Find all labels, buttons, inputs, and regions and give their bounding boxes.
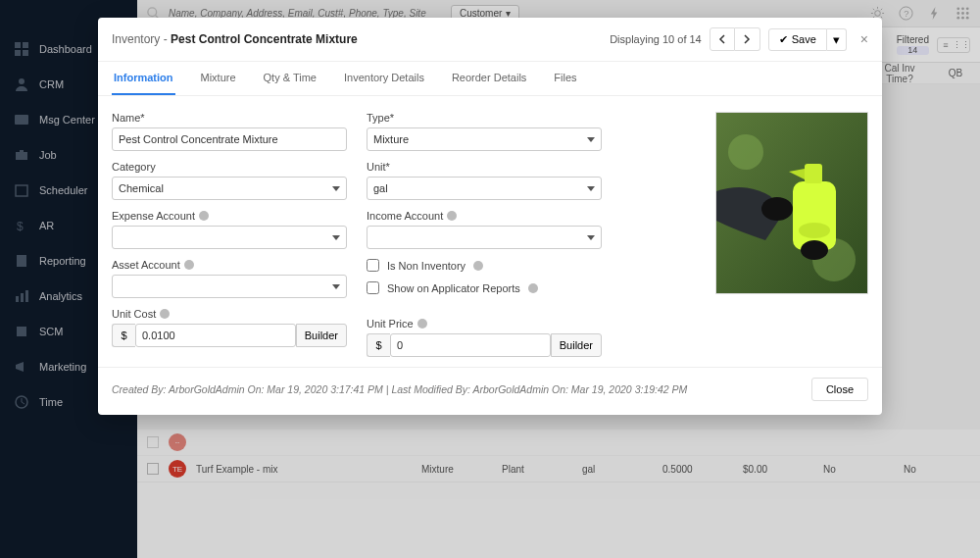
builder-button[interactable]: Builder [551,333,602,357]
builder-button[interactable]: Builder [296,324,347,347]
field-unit-cost: Unit Cost $ Builder [112,308,347,347]
select-category[interactable]: Chemical [112,177,347,200]
svg-point-31 [728,134,763,170]
modal-breadcrumb: Inventory - [112,32,171,46]
tab-qty-time[interactable]: Qty & Time [262,62,318,95]
tab-information[interactable]: Information [112,62,175,95]
field-asset: Asset Account [112,259,347,298]
checkbox-applicator-input[interactable] [367,281,379,294]
info-icon[interactable] [473,261,483,271]
label-unit-cost: Unit Cost [112,308,347,320]
info-icon[interactable] [199,211,209,221]
save-button[interactable]: ✔Save [768,28,827,51]
save-dropdown[interactable]: ▾ [827,28,847,51]
field-unit: Unit* gal [367,161,602,200]
next-button[interactable] [735,27,760,51]
modal-footer: Created By: ArborGoldAdmin On: Mar 19, 2… [98,367,882,415]
inventory-modal: Inventory - Pest Control Concentrate Mix… [98,18,882,415]
select-income[interactable] [367,226,602,249]
svg-rect-35 [805,164,822,183]
info-icon[interactable] [184,260,194,270]
displaying-text: Displaying 10 of 14 [610,33,702,45]
select-unit[interactable]: gal [367,177,602,200]
unit-cost-group: $ Builder [112,324,347,347]
select-asset[interactable] [112,275,347,298]
info-icon[interactable] [528,283,538,293]
select-expense[interactable] [112,226,347,249]
svg-point-37 [801,240,828,260]
tab-files[interactable]: Files [552,62,578,95]
info-icon[interactable] [160,309,170,319]
save-label: Save [792,33,816,45]
prev-button[interactable] [710,27,735,51]
svg-point-36 [799,223,830,238]
field-category: Category Chemical [112,161,347,200]
save-group: ✔Save ▾ [768,28,847,51]
checkbox-non-inventory-label: Is Non Inventory [387,260,466,272]
input-unit-cost[interactable] [135,324,296,347]
label-unit-price: Unit Price [367,318,602,330]
modal-title-text: Pest Control Concentrate Mixture [171,32,358,46]
modal-tabs: Information Mixture Qty & Time Inventory… [98,62,882,96]
info-icon[interactable] [447,211,457,221]
form-col-right: Type* Mixture Unit* gal Income Account I… [367,112,602,357]
field-expense: Expense Account [112,210,347,249]
field-type: Type* Mixture [367,112,602,151]
label-income: Income Account [367,210,602,222]
label-asset: Asset Account [112,259,347,271]
select-type[interactable]: Mixture [367,127,602,151]
close-button[interactable]: Close [811,378,868,401]
field-unit-price: Unit Price $ Builder [367,318,602,357]
label-expense: Expense Account [112,210,347,222]
currency-symbol: $ [367,333,390,357]
currency-symbol: $ [112,324,135,347]
input-unit-price[interactable] [390,333,551,357]
image-column [715,112,868,357]
footer-meta: Created By: ArborGoldAdmin On: Mar 19, 2… [112,383,687,395]
close-x-button[interactable]: × [860,31,868,47]
checkbox-non-inventory[interactable]: Is Non Inventory [367,259,602,272]
svg-point-33 [761,197,793,221]
checkbox-applicator-label: Show on Applicator Reports [387,282,520,294]
check-icon: ✔ [779,33,788,46]
modal-title: Inventory - Pest Control Concentrate Mix… [112,32,358,46]
modal-header: Inventory - Pest Control Concentrate Mix… [98,18,882,62]
unit-price-group: $ Builder [367,333,602,357]
product-image[interactable] [715,112,868,294]
label-category: Category [112,161,347,173]
info-icon[interactable] [417,319,427,329]
input-name[interactable] [112,127,347,151]
field-name: Name* [112,112,347,151]
checkbox-non-inventory-input[interactable] [367,259,379,272]
modal-header-right: Displaying 10 of 14 ✔Save ▾ × [610,27,868,51]
chevron-down-icon: ▾ [833,32,840,47]
label-unit: Unit* [367,161,602,173]
modal-body: Name* Category Chemical Expense Account … [98,96,882,367]
tab-mixture[interactable]: Mixture [199,62,238,95]
pager [710,27,760,51]
label-name: Name* [112,112,347,124]
tab-inventory-details[interactable]: Inventory Details [342,62,426,95]
form-col-left: Name* Category Chemical Expense Account … [112,112,347,357]
checkbox-applicator[interactable]: Show on Applicator Reports [367,281,602,294]
svg-rect-34 [793,181,836,250]
tab-reorder-details[interactable]: Reorder Details [450,62,528,95]
label-type: Type* [367,112,602,124]
field-income: Income Account [367,210,602,249]
